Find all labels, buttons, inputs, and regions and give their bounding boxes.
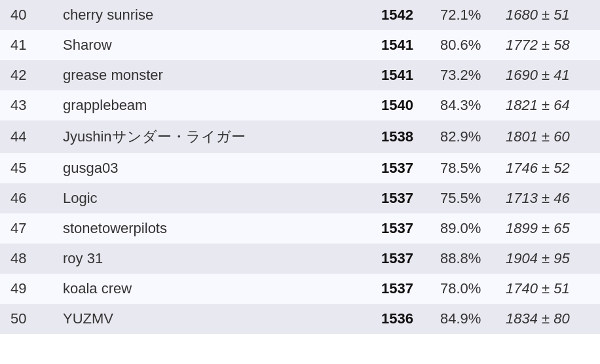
table-row: 44 Jyushinサンダー・ライガー 1538 82.9% 1801 ± 60	[0, 120, 600, 153]
pct-cell: 84.9%	[430, 304, 495, 334]
pct-cell: 78.0%	[430, 274, 495, 304]
score-cell: 1536	[371, 304, 430, 334]
table-row: 40 cherry sunrise 1542 72.1% 1680 ± 51	[0, 0, 600, 30]
score-cell: 1537	[371, 244, 430, 274]
rank-cell: 47	[0, 213, 52, 244]
rank-cell: 45	[0, 153, 52, 183]
table-row: 50 YUZMV 1536 84.9% 1834 ± 80	[0, 304, 600, 334]
score-cell: 1537	[371, 153, 430, 183]
name-cell: koala crew	[52, 274, 371, 304]
score-cell: 1542	[371, 0, 430, 30]
table-row: 47 stonetowerpilots 1537 89.0% 1899 ± 65	[0, 213, 600, 244]
rank-cell: 42	[0, 60, 52, 90]
table-row: 43 grapplebeam 1540 84.3% 1821 ± 64	[0, 90, 600, 120]
rank-cell: 44	[0, 120, 52, 153]
pct-cell: 88.8%	[430, 244, 495, 274]
table-row: 42 grease monster 1541 73.2% 1690 ± 41	[0, 60, 600, 90]
name-cell: gusga03	[52, 153, 371, 183]
score-cell: 1540	[371, 90, 430, 120]
rating-cell: 1834 ± 80	[495, 304, 600, 334]
table-row: 48 roy 31 1537 88.8% 1904 ± 95	[0, 244, 600, 274]
rating-cell: 1740 ± 51	[495, 274, 600, 304]
rank-cell: 46	[0, 183, 52, 213]
score-cell: 1537	[371, 213, 430, 244]
rank-cell: 40	[0, 0, 52, 30]
rating-cell: 1801 ± 60	[495, 120, 600, 153]
name-cell: Sharow	[52, 30, 371, 60]
score-cell: 1541	[371, 60, 430, 90]
score-cell: 1537	[371, 183, 430, 213]
table-row: 41 Sharow 1541 80.6% 1772 ± 58	[0, 30, 600, 60]
score-cell: 1537	[371, 274, 430, 304]
name-cell: grapplebeam	[52, 90, 371, 120]
pct-cell: 84.3%	[430, 90, 495, 120]
rank-cell: 50	[0, 304, 52, 334]
name-cell: Logic	[52, 183, 371, 213]
rating-cell: 1680 ± 51	[495, 0, 600, 30]
rating-cell: 1821 ± 64	[495, 90, 600, 120]
score-cell: 1538	[371, 120, 430, 153]
name-cell: Jyushinサンダー・ライガー	[52, 120, 371, 153]
table-row: 46 Logic 1537 75.5% 1713 ± 46	[0, 183, 600, 213]
score-cell: 1541	[371, 30, 430, 60]
rating-cell: 1746 ± 52	[495, 153, 600, 183]
rating-cell: 1690 ± 41	[495, 60, 600, 90]
pct-cell: 80.6%	[430, 30, 495, 60]
rating-cell: 1772 ± 58	[495, 30, 600, 60]
rank-cell: 43	[0, 90, 52, 120]
pct-cell: 75.5%	[430, 183, 495, 213]
pct-cell: 89.0%	[430, 213, 495, 244]
rank-cell: 48	[0, 244, 52, 274]
rating-cell: 1713 ± 46	[495, 183, 600, 213]
name-cell: cherry sunrise	[52, 0, 371, 30]
rank-cell: 49	[0, 274, 52, 304]
name-cell: grease monster	[52, 60, 371, 90]
name-cell: stonetowerpilots	[52, 213, 371, 244]
pct-cell: 73.2%	[430, 60, 495, 90]
rating-cell: 1899 ± 65	[495, 213, 600, 244]
table-row: 49 koala crew 1537 78.0% 1740 ± 51	[0, 274, 600, 304]
pct-cell: 82.9%	[430, 120, 495, 153]
rank-cell: 41	[0, 30, 52, 60]
rating-cell: 1904 ± 95	[495, 244, 600, 274]
table-row: 45 gusga03 1537 78.5% 1746 ± 52	[0, 153, 600, 183]
pct-cell: 78.5%	[430, 153, 495, 183]
name-cell: roy 31	[52, 244, 371, 274]
leaderboard-table: 40 cherry sunrise 1542 72.1% 1680 ± 51 4…	[0, 0, 600, 334]
pct-cell: 72.1%	[430, 0, 495, 30]
name-cell: YUZMV	[52, 304, 371, 334]
